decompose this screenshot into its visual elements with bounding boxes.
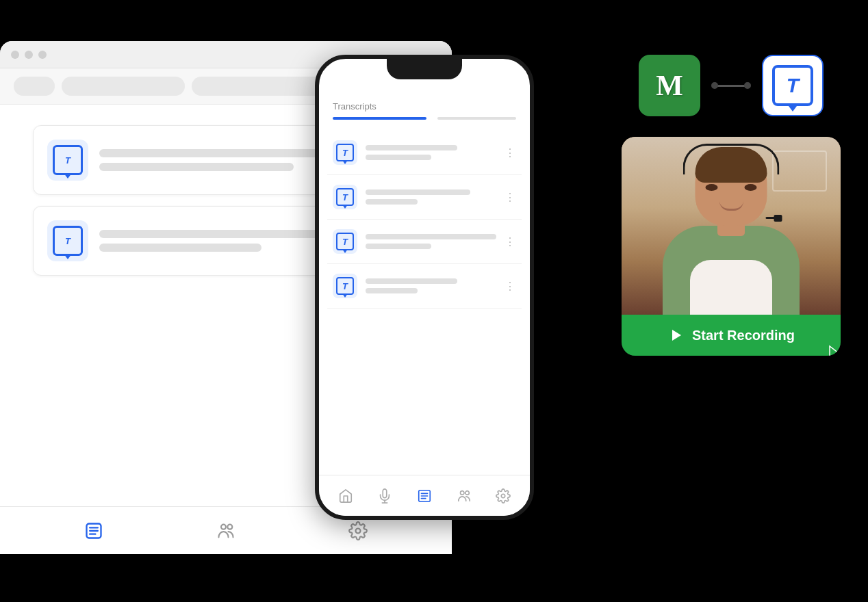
phone-list-item-3[interactable]: T ⋮ — [327, 220, 522, 264]
card-icon-t-1: T — [53, 145, 83, 175]
card-line-1-2 — [99, 163, 294, 171]
phone-item-t-2: T — [336, 188, 354, 206]
svg-point-6 — [356, 528, 361, 533]
phone-notch — [387, 59, 462, 79]
phone-list-item-2[interactable]: T ⋮ — [327, 175, 522, 220]
phone-line-3-2 — [366, 244, 431, 249]
svg-point-15 — [501, 494, 505, 498]
phone-item-icon-3: T — [333, 229, 357, 254]
phone-tabs — [319, 117, 530, 120]
connector-dot-left — [711, 82, 718, 89]
person-shirt — [690, 260, 772, 315]
phone-item-icon-4: T — [333, 274, 357, 298]
person-container — [622, 137, 841, 315]
person-eye-left — [706, 184, 718, 191]
connector-line — [714, 85, 748, 87]
integration-icons: M T — [639, 55, 824, 116]
right-panel: M T — [594, 41, 868, 520]
phone-item-icon-2: T — [333, 185, 357, 209]
phone-nav-people[interactable] — [457, 488, 472, 503]
start-recording-label: Start Recording — [692, 328, 795, 343]
card-icon-box-1: T — [47, 140, 88, 181]
svg-marker-16 — [672, 330, 681, 341]
phone-item-menu-4[interactable]: ⋮ — [505, 280, 516, 293]
phone-item-menu-2[interactable]: ⋮ — [505, 191, 516, 204]
phone-tab-inactive[interactable] — [437, 117, 516, 120]
phone-list-item-1[interactable]: T ⋮ — [327, 131, 522, 175]
phone-item-menu-3[interactable]: ⋮ — [505, 235, 516, 248]
phone-list-item-4[interactable]: T ⋮ — [327, 264, 522, 309]
nav-people-icon[interactable] — [216, 521, 235, 540]
phone-t-2: T — [342, 192, 348, 202]
phone-nav-settings[interactable] — [496, 488, 511, 503]
phone-item-lines-4 — [366, 278, 496, 293]
phone-line-1-2 — [366, 155, 431, 160]
headset-band — [683, 144, 780, 174]
card-line-2-2 — [99, 244, 261, 252]
phone-bottom-nav — [319, 475, 530, 516]
cursor-decoration — [827, 343, 841, 356]
phone-nav-home[interactable] — [338, 488, 353, 503]
meet-icon-box: M — [639, 55, 700, 116]
connector-dot-right — [744, 82, 751, 89]
svg-point-14 — [465, 490, 469, 495]
svg-point-4 — [221, 524, 226, 529]
person-head — [695, 147, 767, 226]
phone-mockup: Transcripts T ⋮ — [315, 55, 534, 520]
connector — [714, 85, 748, 87]
card-t-letter-1: T — [65, 155, 71, 166]
play-icon — [667, 327, 684, 343]
phone-tab-active[interactable] — [333, 117, 426, 120]
person-eye-right — [745, 184, 757, 191]
phone-line-4-2 — [366, 288, 418, 293]
phone-line-3-1 — [366, 234, 496, 239]
phone-item-lines-2 — [366, 189, 496, 205]
nav-settings-icon[interactable] — [348, 521, 368, 540]
headset-mic-end — [774, 215, 782, 222]
dot-2 — [25, 51, 33, 59]
phone-line-2-2 — [366, 199, 418, 205]
video-card: Start Recording — [622, 137, 841, 356]
phone-line-1-1 — [366, 145, 457, 150]
phone-item-lines-1 — [366, 145, 496, 160]
person-eyes — [706, 183, 757, 192]
phone-item-icon-1: T — [333, 140, 357, 165]
phone-t-1: T — [342, 148, 348, 158]
phone-item-t-1: T — [336, 144, 354, 161]
phone-line-2-1 — [366, 189, 470, 195]
dot-3 — [38, 51, 47, 59]
phone-item-t-3: T — [336, 233, 354, 250]
card-t-letter-2: T — [65, 236, 71, 246]
card-icon-box-2: T — [47, 220, 88, 261]
svg-point-13 — [460, 490, 464, 495]
nav-pill-medium — [62, 77, 185, 96]
svg-point-5 — [227, 524, 232, 529]
video-frame — [622, 137, 841, 315]
phone-item-t-4: T — [336, 277, 354, 295]
teams-t-letter: T — [787, 74, 799, 97]
phone-header-label: Transcripts — [319, 93, 530, 117]
phone-item-menu-1[interactable]: ⋮ — [505, 146, 516, 159]
phone-t-3: T — [342, 237, 348, 247]
phone-content: Transcripts T ⋮ — [319, 59, 530, 516]
start-recording-button[interactable]: Start Recording — [622, 315, 841, 356]
phone-nav-mic[interactable] — [377, 488, 392, 503]
phone-list: T ⋮ T ⋮ — [319, 131, 530, 475]
phone-item-lines-3 — [366, 234, 496, 249]
meet-letter: M — [656, 69, 683, 102]
teams-icon-box: T — [762, 55, 824, 116]
phone-nav-list[interactable] — [417, 488, 432, 503]
phone-t-4: T — [342, 281, 348, 291]
card-icon-t-2: T — [53, 226, 83, 256]
svg-marker-17 — [830, 346, 841, 356]
phone-line-4-1 — [366, 278, 457, 284]
nav-pill-small — [14, 77, 55, 96]
nav-list-icon[interactable] — [84, 521, 103, 540]
teams-t-box: T — [772, 65, 813, 106]
person-smile — [719, 201, 743, 211]
nav-pill-large — [192, 77, 329, 96]
dot-1 — [11, 51, 19, 59]
